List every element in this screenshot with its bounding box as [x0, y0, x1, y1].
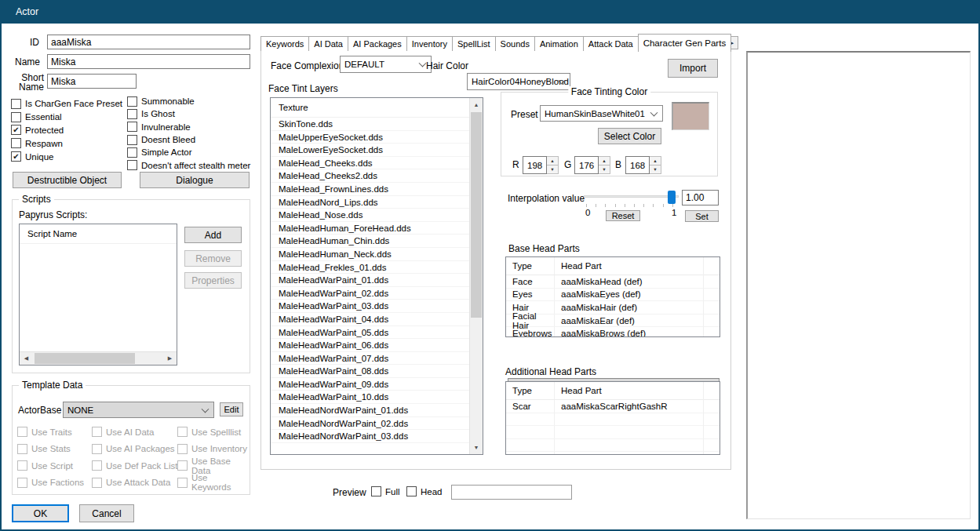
flag-checkbox[interactable]: ✔	[11, 125, 21, 135]
tint-layer-row[interactable]: MaleHead_Cheeks.dds	[271, 157, 469, 170]
tint-layer-row[interactable]: MaleHead_Nose.dds	[271, 209, 469, 222]
tab[interactable]: Inventory	[406, 36, 453, 51]
ok-button[interactable]: OK	[12, 504, 69, 522]
id-input[interactable]: aaaMiska	[47, 35, 250, 49]
template-flag-checkbox[interactable]	[17, 460, 27, 471]
dialogue-button[interactable]: Dialogue	[140, 172, 250, 188]
tab[interactable]: AI Packages	[348, 36, 407, 51]
tint-list-vertical-scrollbar[interactable]: ▲ ▼	[469, 98, 483, 454]
scroll-left-icon[interactable]: ◀	[20, 352, 33, 365]
tab[interactable]: Sounds	[495, 36, 535, 51]
green-value[interactable]: 176	[574, 156, 599, 174]
tint-preset-combo[interactable]: HumanSkinBaseWhite01	[540, 105, 663, 122]
scrollbar-thumb[interactable]	[35, 353, 135, 364]
actorbase-combo[interactable]: NONE	[63, 402, 214, 418]
tint-layer-row[interactable]: MaleHeadWarPaint_02.dds	[271, 287, 469, 300]
import-button[interactable]: Import	[668, 59, 718, 78]
tab[interactable]: Character Gen Parts	[638, 34, 731, 52]
preview-full-checkbox[interactable]	[371, 486, 381, 496]
tab[interactable]: AI Data	[308, 36, 348, 51]
flag-checkbox[interactable]	[11, 99, 21, 109]
face-complexion-combo[interactable]: DEFAULT	[340, 56, 432, 73]
tint-layer-row[interactable]: MaleHeadWarPaint_10.dds	[271, 391, 469, 404]
render-preview-panel[interactable]	[746, 51, 971, 519]
template-flag-checkbox[interactable]	[177, 444, 188, 454]
tab[interactable]: Keywords	[260, 36, 309, 51]
tint-layer-row[interactable]: MaleHeadWarPaint_04.dds	[271, 313, 469, 326]
tint-layer-row[interactable]: MaleHeadNordWarPaint_03.dds	[271, 430, 469, 443]
template-flag-checkbox[interactable]	[17, 478, 27, 488]
tint-layer-row[interactable]: MaleHeadWarPaint_03.dds	[271, 300, 469, 313]
tint-layer-row[interactable]: SkinTone.dds	[271, 118, 469, 131]
interpolation-slider-track[interactable]	[584, 195, 679, 198]
template-flag-checkbox[interactable]	[177, 427, 188, 437]
template-flag-checkbox[interactable]	[92, 460, 102, 471]
reset-button[interactable]: Reset	[606, 210, 640, 221]
template-flag-checkbox[interactable]	[92, 427, 102, 437]
tint-layer-row[interactable]: MaleHead_Cheeks2.dds	[271, 169, 469, 183]
tint-layer-row[interactable]: MaleHeadWarPaint_06.dds	[271, 339, 469, 352]
head-part-row[interactable]: Eyebrows aaaMiskaBrows (def)	[506, 327, 720, 337]
edit-actorbase-button[interactable]: Edit	[220, 402, 243, 416]
spin-up-icon[interactable]: ▲	[650, 157, 661, 165]
template-flag-checkbox[interactable]	[177, 478, 188, 488]
flag-checkbox[interactable]	[127, 122, 137, 132]
interpolation-slider-thumb[interactable]	[668, 191, 676, 204]
template-flag-checkbox[interactable]	[17, 427, 27, 437]
tint-layer-row[interactable]: MaleHeadWarPaint_09.dds	[271, 378, 469, 391]
flag-checkbox[interactable]	[127, 109, 137, 119]
tint-layer-row[interactable]: MaleHeadNordWarPaint_02.dds	[271, 417, 469, 431]
spin-down-icon[interactable]: ▼	[599, 165, 610, 173]
scroll-up-icon[interactable]: ▲	[470, 98, 483, 111]
blue-value[interactable]: 168	[625, 156, 650, 174]
template-flag-checkbox[interactable]	[177, 460, 188, 471]
tint-layer-row[interactable]: MaleHeadWarPaint_01.dds	[271, 274, 469, 287]
flag-checkbox[interactable]: ✔	[11, 151, 21, 162]
remove-script-button[interactable]: Remove	[184, 250, 242, 267]
flag-checkbox[interactable]	[11, 112, 21, 122]
tab[interactable]: Attack Data	[583, 36, 639, 51]
flag-checkbox[interactable]	[127, 147, 137, 158]
hair-color-combo[interactable]: HairColor04HoneyBlond	[467, 73, 570, 90]
tint-layer-row[interactable]: MaleHeadHuman_Chin.dds	[271, 235, 469, 248]
tab[interactable]: Animation	[534, 36, 584, 51]
base-head-parts-table[interactable]: Type Head Part Face aaaMiskaHead (def) E…	[505, 256, 720, 337]
tint-layer-row[interactable]: MaleLowerEyeSocket.dds	[271, 144, 469, 157]
tint-layer-row[interactable]: MaleHeadWarPaint_08.dds	[271, 365, 469, 378]
tint-layer-row[interactable]: MaleHeadWarPaint_05.dds	[271, 326, 469, 340]
interpolation-value-input[interactable]: 1.00	[682, 190, 719, 205]
destructible-object-button[interactable]: Destructible Object	[13, 172, 122, 188]
head-part-row[interactable]: Facial Hair aaaMiskaEar (def)	[506, 315, 720, 328]
tint-layer-row[interactable]: MaleHeadHuman_Neck.dds	[271, 248, 469, 261]
additional-head-parts-table[interactable]: Type Head Part Scar aaaMiskaScarRightGas…	[505, 381, 720, 455]
tint-layer-row[interactable]: MaleHeadWarPaint_07.dds	[271, 352, 469, 366]
tint-layer-row[interactable]: MaleUpperEyeSocket.dds	[271, 131, 469, 144]
face-tint-layers-list[interactable]: Texture SkinTone.dds MaleUpperEyeSocket.…	[270, 97, 483, 455]
scripts-horizontal-scrollbar[interactable]: ◀ ▶	[20, 351, 177, 365]
tint-layer-row[interactable]: MaleHeadNordWarPaint_01.dds	[271, 404, 469, 417]
blue-spinner[interactable]: 168 ▲▼	[625, 156, 661, 174]
scroll-right-icon[interactable]: ▶	[163, 352, 177, 365]
cancel-button[interactable]: Cancel	[79, 504, 134, 522]
short-name-input[interactable]: Miska	[47, 74, 137, 89]
select-color-button[interactable]: Select Color	[598, 128, 661, 144]
preview-text-input[interactable]	[451, 485, 572, 500]
spin-down-icon[interactable]: ▼	[650, 165, 661, 173]
flag-checkbox[interactable]	[127, 135, 137, 145]
spin-down-icon[interactable]: ▼	[547, 165, 558, 173]
script-properties-button[interactable]: Properties	[184, 272, 242, 289]
flag-checkbox[interactable]	[127, 96, 137, 107]
tab[interactable]: SpellList	[452, 36, 496, 51]
green-spinner[interactable]: 176 ▲▼	[574, 156, 610, 174]
head-part-row[interactable]: Face aaaMiskaHead (def)	[506, 275, 720, 289]
tint-layer-row[interactable]: MaleHeadNord_Lips.dds	[271, 196, 469, 209]
red-spinner[interactable]: 198 ▲▼	[523, 156, 559, 174]
red-value[interactable]: 198	[523, 156, 547, 174]
tint-layer-row[interactable]: MaleHead_Frekles_01.dds	[271, 261, 469, 275]
head-part-row[interactable]: Eyes aaaMiskaEyes (def)	[506, 289, 720, 302]
flag-checkbox[interactable]	[11, 138, 21, 148]
scrollbar-thumb[interactable]	[471, 112, 482, 318]
template-flag-checkbox[interactable]	[92, 478, 102, 488]
preview-head-checkbox[interactable]	[406, 486, 417, 496]
papyrus-scripts-list[interactable]: Script Name ◀ ▶	[19, 224, 177, 366]
